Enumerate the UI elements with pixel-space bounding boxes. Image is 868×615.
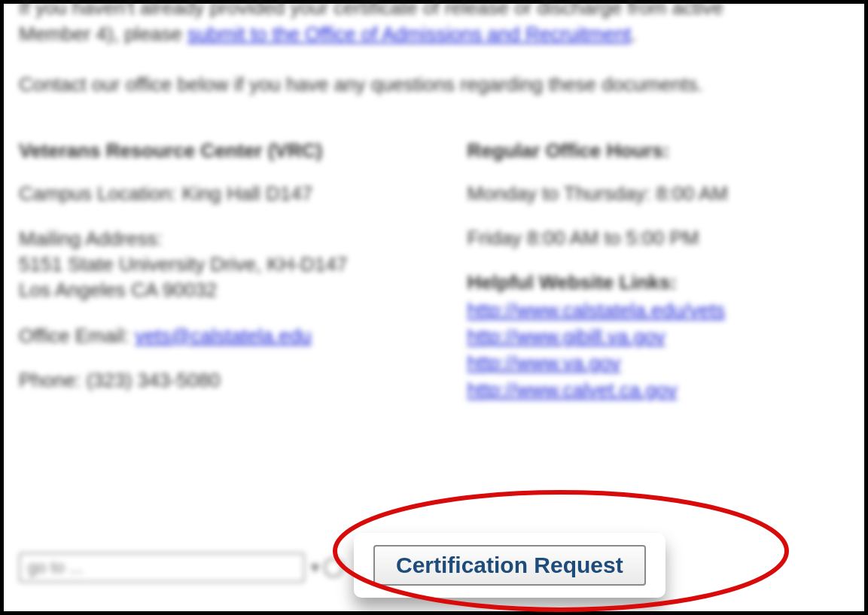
link-gibill[interactable]: http://www.gibill.va.gov: [468, 324, 849, 350]
document-frame: If you haven't already provided your cer…: [0, 0, 868, 615]
submit-admissions-link[interactable]: submit to the Office of Admissions and R…: [187, 23, 631, 45]
blurred-content: If you haven't already provided your cer…: [19, 0, 849, 413]
link-calvet[interactable]: http://www.calvet.ca.gov: [468, 377, 849, 403]
vrc-column: Veterans Resource Center (VRC) Campus Lo…: [19, 139, 468, 413]
office-hours: Monday to Thursday: 8:00 AM Friday 8:00 …: [468, 182, 849, 250]
mailing-line-1: 5151 State University Drive, KH-D147: [19, 252, 468, 278]
intro-line-2-prefix: Member 4), please: [19, 23, 187, 45]
hours-line-1: Monday to Thursday: 8:00 AM: [468, 182, 849, 206]
office-email-link[interactable]: vets@calstatela.edu: [135, 324, 312, 347]
link-va[interactable]: http://www.va.gov: [468, 350, 849, 376]
info-columns: Veterans Resource Center (VRC) Campus Lo…: [19, 139, 849, 413]
mailing-label: Mailing Address:: [19, 227, 468, 252]
intro-line-2-suffix: .: [631, 23, 636, 45]
intro-paragraphs: If you haven't already provided your cer…: [19, 0, 849, 98]
dropdown-icon[interactable]: ▾: [311, 558, 319, 577]
email-label: Office Email:: [19, 324, 135, 347]
phone-line: Phone: (323) 343-5080: [19, 369, 468, 392]
hours-line-2: Friday 8:00 AM to 5:00 PM: [468, 227, 849, 250]
hours-links-column: Regular Office Hours: Monday to Thursday…: [468, 139, 849, 413]
goto-input[interactable]: [19, 553, 305, 583]
vrc-title: Veterans Resource Center (VRC): [19, 139, 468, 163]
goto-wrap: ▾: [19, 553, 343, 583]
helpful-links: http://www.calstatela.edu/vets http://ww…: [468, 297, 849, 403]
contact-line: Contact our office below if you have any…: [19, 72, 849, 98]
campus-location: Campus Location: King Hall D147: [19, 182, 468, 206]
office-email-block: Office Email: vets@calstatela.edu: [19, 324, 468, 348]
mailing-line-2: Los Angeles CA 90032: [19, 278, 468, 303]
certification-request-button[interactable]: Certification Request: [373, 545, 646, 586]
link-calstatela-vets[interactable]: http://www.calstatela.edu/vets: [468, 297, 849, 324]
mailing-address-block: Mailing Address: 5151 State University D…: [19, 227, 468, 303]
helpful-links-title: Helpful Website Links:: [468, 271, 849, 294]
intro-line-1: If you haven't already provided your cer…: [19, 0, 723, 19]
go-icon[interactable]: [324, 558, 343, 577]
goto-icon-group: ▾: [305, 558, 343, 577]
certification-request-panel: Certification Request: [354, 533, 665, 598]
office-hours-title: Regular Office Hours:: [468, 139, 849, 163]
